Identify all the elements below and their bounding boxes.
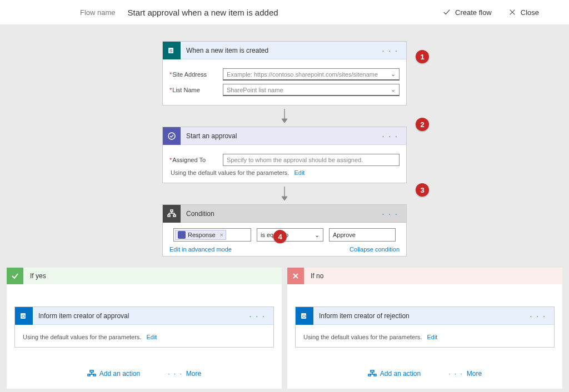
list-name-dropdown[interactable]: SharePoint list name ⌄ (223, 84, 400, 96)
approval-edit-link[interactable]: Edit (294, 169, 305, 176)
sharepoint-icon: S (163, 42, 181, 59)
no-more-button[interactable]: · · · More (448, 370, 482, 378)
condition-icon (163, 205, 181, 223)
condition-menu-button[interactable]: · · · (379, 209, 402, 218)
svg-text:O: O (302, 314, 306, 319)
approval-notify-card: O Inform item creator of approval · · · … (14, 306, 274, 348)
flow-title: Start approval when a new item is added (128, 8, 443, 17)
callout-1: 1 (416, 50, 429, 63)
if-no-label: If no (304, 272, 323, 280)
no-defaults-hint: Using the default values for the paramet… (303, 334, 546, 340)
svg-rect-15 (173, 215, 176, 217)
outlook-icon: O (296, 307, 313, 325)
yes-add-action-button[interactable]: Add an action (87, 370, 140, 378)
yes-edit-link[interactable]: Edit (146, 334, 157, 340)
condition-operator-dropdown[interactable]: is equal to ⌄ (257, 228, 323, 242)
flow-name-label: Flow name (80, 8, 116, 17)
svg-rect-27 (371, 370, 374, 372)
chevron-down-icon: ⌄ (391, 71, 396, 78)
outlook-icon: O (15, 307, 33, 325)
condition-title: Condition (181, 210, 379, 218)
response-token[interactable]: Response × (175, 230, 226, 240)
svg-rect-18 (90, 370, 93, 372)
approval-defaults-hint: Using the default values for the paramet… (171, 169, 398, 176)
more-dots-icon: · · · (168, 370, 183, 378)
yes-defaults-hint: Using the default values for the paramet… (23, 334, 266, 340)
assigned-to-label: *Assigned To (169, 157, 223, 163)
condition-card: Condition · · · Response × is equal to ⌄ (162, 204, 407, 257)
if-yes-branch: If yes O Inform item creator of approval… (7, 268, 282, 389)
callout-4: 4 (273, 230, 287, 243)
arrow-icon (162, 183, 407, 204)
approval-notify-title: Inform item creator of approval (33, 312, 246, 320)
close-icon (287, 268, 304, 284)
site-address-dropdown[interactable]: Example: https://contoso.sharepoint.com/… (223, 68, 400, 81)
list-name-label: *List Name (169, 87, 223, 93)
close-button[interactable]: Close (508, 8, 539, 17)
yes-more-button[interactable]: · · · More (168, 370, 201, 378)
edit-advanced-link[interactable]: Edit in advanced mode (169, 246, 232, 253)
callout-2: 2 (416, 118, 429, 131)
svg-rect-21 (88, 374, 90, 376)
assigned-to-input[interactable]: Specify to whom the approval should be a… (223, 154, 400, 166)
condition-value-input[interactable]: Approve (329, 228, 396, 242)
approval-menu-button[interactable]: · · · (379, 132, 402, 140)
svg-rect-22 (93, 374, 96, 376)
check-icon (443, 8, 451, 16)
approval-title: Start an approval (181, 132, 379, 140)
svg-marker-5 (282, 119, 287, 123)
approval-notify-menu-button[interactable]: · · · (246, 311, 269, 320)
svg-rect-30 (368, 374, 371, 376)
if-no-branch: If no O Inform item creator of rejection… (287, 268, 562, 389)
site-address-label: *Site Address (169, 71, 223, 78)
svg-marker-8 (282, 197, 287, 200)
svg-text:O: O (22, 314, 25, 319)
callout-3: 3 (416, 183, 429, 197)
approval-icon (163, 127, 181, 145)
create-flow-button[interactable]: Create flow (443, 8, 492, 17)
trigger-menu-button[interactable]: · · · (379, 46, 402, 55)
rejection-notify-title: Inform item creator of rejection (313, 312, 527, 320)
token-icon (178, 231, 186, 239)
svg-rect-14 (168, 215, 170, 217)
top-bar: Flow name Start approval when a new item… (0, 0, 569, 24)
trigger-card: S When a new item is created · · · *Site… (162, 41, 407, 105)
no-edit-link[interactable]: Edit (427, 334, 437, 340)
chevron-down-icon: ⌄ (391, 86, 396, 93)
svg-text:S: S (169, 48, 172, 53)
svg-rect-31 (374, 374, 376, 376)
token-remove-button[interactable]: × (220, 232, 223, 238)
if-yes-label: If yes (23, 272, 46, 280)
trigger-title: When a new item is created (181, 47, 379, 54)
no-add-action-button[interactable]: Add an action (368, 370, 421, 378)
collapse-condition-link[interactable]: Collapse condition (350, 246, 400, 253)
condition-left-input[interactable]: Response × (173, 228, 251, 242)
flow-canvas: 1 2 3 4 S When a new item is created · ·… (0, 24, 569, 392)
approval-card: Start an approval · · · *Assigned To Spe… (162, 127, 407, 183)
svg-rect-9 (171, 210, 173, 212)
rejection-notify-card: O Inform item creator of rejection · · ·… (295, 306, 555, 348)
chevron-down-icon: ⌄ (315, 232, 320, 239)
arrow-icon (162, 105, 407, 127)
more-dots-icon: · · · (448, 370, 463, 378)
close-icon (508, 8, 516, 16)
check-icon (7, 268, 23, 284)
rejection-notify-menu-button[interactable]: · · · (527, 311, 550, 320)
